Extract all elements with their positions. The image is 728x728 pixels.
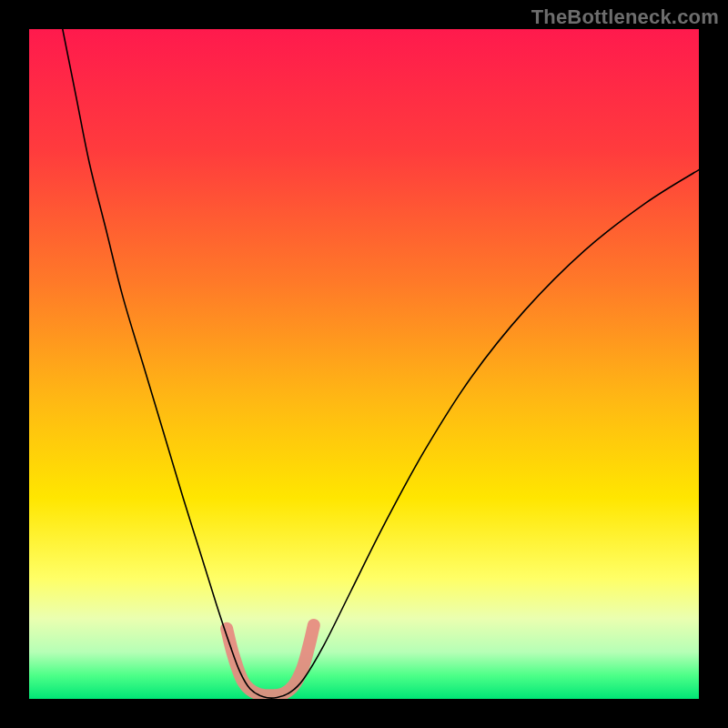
outer-frame: TheBottleneck.com [0, 0, 728, 728]
watermark-text: TheBottleneck.com [531, 5, 719, 29]
plot-area [29, 29, 699, 699]
gradient-background [29, 29, 699, 699]
chart-svg [29, 29, 699, 699]
